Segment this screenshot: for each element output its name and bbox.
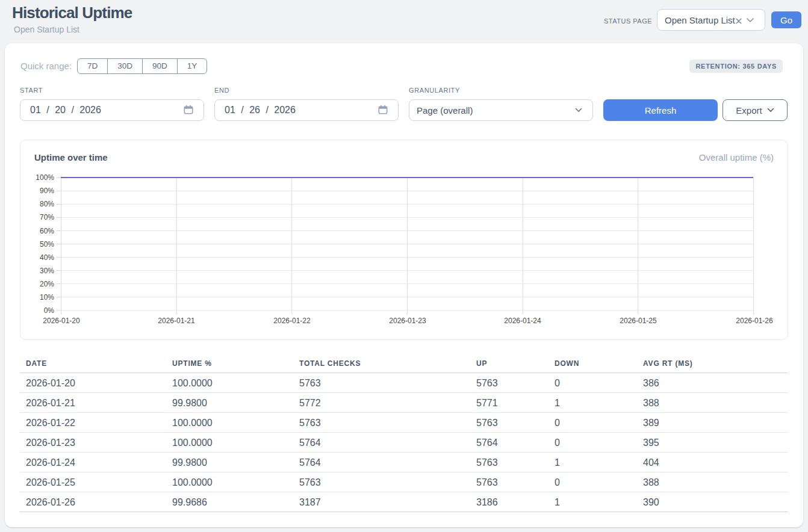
- svg-text:2026-01-21: 2026-01-21: [158, 317, 195, 325]
- svg-text:2026-01-26: 2026-01-26: [736, 317, 773, 325]
- svg-text:80%: 80%: [40, 200, 54, 208]
- svg-text:50%: 50%: [40, 240, 54, 249]
- svg-text:20%: 20%: [40, 280, 54, 288]
- svg-text:70%: 70%: [40, 213, 54, 221]
- svg-text:2026-01-25: 2026-01-25: [620, 317, 657, 325]
- svg-text:2026-01-20: 2026-01-20: [43, 317, 80, 325]
- svg-text:90%: 90%: [40, 187, 54, 195]
- svg-text:2026-01-23: 2026-01-23: [389, 317, 426, 325]
- svg-text:10%: 10%: [40, 293, 54, 302]
- svg-text:40%: 40%: [40, 253, 54, 262]
- svg-text:2026-01-24: 2026-01-24: [504, 317, 541, 325]
- svg-text:0%: 0%: [44, 306, 55, 315]
- svg-text:100%: 100%: [36, 173, 54, 182]
- svg-text:2026-01-22: 2026-01-22: [273, 317, 311, 325]
- svg-text:30%: 30%: [40, 267, 54, 275]
- svg-text:60%: 60%: [40, 227, 54, 235]
